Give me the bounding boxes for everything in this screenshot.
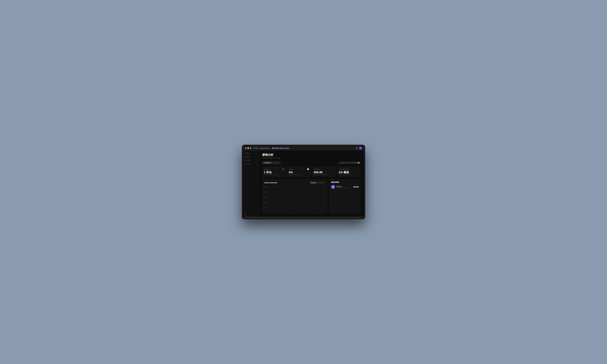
user-avatar[interactable] <box>359 147 362 150</box>
dollar-icon: $ <box>332 169 334 170</box>
square-icon <box>245 160 246 161</box>
tabs: Overview Modules <box>262 161 282 165</box>
page-title: 课程分析 <box>262 153 361 157</box>
stats-row: 全部的 学生 👤 1 学生 +100% from the last 31 day… <box>262 167 361 177</box>
chart-icon: 📊 <box>307 169 309 170</box>
main-content: 课程分析 查看您的课程收入和学生分析 Overview Modules Jun … <box>259 150 364 217</box>
chart-toggle: Revenue Students <box>309 181 325 184</box>
stat-header: 平均的 模块 完成的 ≡ <box>339 169 359 170</box>
titlebar: HUB / Organization 1 / Brand New Course … <box>243 146 364 150</box>
x-label-7: Jul 11 <box>318 210 324 211</box>
sale-time: 8 minutes, 54 seconds ago <box>336 187 352 188</box>
person-icon: 👤 <box>282 169 284 170</box>
sep2: / <box>271 147 272 149</box>
toggle-revenue[interactable]: Revenue <box>310 182 317 184</box>
stat-value-modules: 2/4 模块 <box>339 171 359 174</box>
sale-info: Student 1 8 minutes, 54 seconds ago <box>336 186 352 188</box>
stat-change-modules: +100% from the last 31 days <box>339 174 359 175</box>
chart-plot <box>270 186 325 208</box>
stat-value-students: 1 学生 <box>264 171 284 174</box>
sidebar-item-chapters[interactable]: 章节 <box>243 155 259 159</box>
stat-label-completion: 完成率 <box>289 169 293 170</box>
stat-value-completion: 0% <box>289 171 309 174</box>
theme-icon[interactable]: ◑ <box>356 147 358 149</box>
chart-title: Course Overview <box>264 182 277 183</box>
sale-item: S Student 1 8 minutes, 54 seconds ago +$… <box>331 185 359 189</box>
chart-x-labels: Jun 18 Jun 22 Jun 25 Jun 29 Jul 4 Jul 8 … <box>270 208 325 211</box>
bottom-section: Course Overview Revenue Students $100.00… <box>262 179 361 213</box>
sep1: / <box>258 147 259 149</box>
stat-card-revenue: 全部的 收入 $ $99.99 +100% from the last 31 d… <box>312 167 336 177</box>
hub-breadcrumb[interactable]: HUB <box>254 147 258 149</box>
minimize-dot[interactable] <box>247 147 249 149</box>
y-label-5: $0 <box>264 207 270 208</box>
titlebar-actions: ◑ <box>356 147 362 150</box>
org-breadcrumb[interactable]: Organization 1 <box>259 147 271 149</box>
monitor-bottom-edge <box>244 217 363 218</box>
sidebar-label-content: 内容 <box>247 159 250 161</box>
maximize-dot[interactable] <box>250 147 251 149</box>
stat-change-revenue: +100% from the last 31 days <box>314 174 334 175</box>
sale-student-name: Student 1 <box>336 186 352 187</box>
modules-icon: ≡ <box>357 169 359 170</box>
chart-header: Course Overview Revenue Students <box>264 181 325 184</box>
stat-header: 全部的 收入 $ <box>314 169 334 170</box>
sidebar: 管理面板 章节 内容 分析 <box>243 150 259 217</box>
stat-header: 全部的 学生 👤 <box>264 169 284 170</box>
stat-card-completion: 完成率 📊 0% +0% from the last 31 days <box>287 167 311 177</box>
sidebar-item-content[interactable]: 内容 <box>243 159 259 162</box>
date-range-text: Jun 16, 2024 - Jul 16, 2024 <box>340 162 357 164</box>
stat-label-students: 全部的 学生 <box>264 169 270 170</box>
page-subtitle: 查看您的课程收入和学生分析 <box>262 157 361 159</box>
date-range-picker[interactable]: Jun 16, 2024 - Jul 16, 2024 📅 <box>338 161 361 164</box>
x-label-4: Jun 29 <box>298 210 304 211</box>
chart-bars <box>270 186 325 208</box>
y-label-3: $50.00 <box>264 197 270 198</box>
y-label-4: $25.00 <box>264 202 270 203</box>
chart-area: $100.00 $75.00 $50.00 $25.00 $0 <box>264 186 325 211</box>
stat-change-students: +100% from the last 31 days <box>264 174 284 175</box>
calendar-icon: 📅 <box>358 162 359 164</box>
y-label-2: $75.00 <box>264 191 270 193</box>
stat-label-revenue: 全部的 收入 <box>314 169 320 170</box>
toggle-students[interactable]: Students <box>317 182 325 184</box>
tab-modules[interactable]: Modules <box>272 161 281 164</box>
sidebar-label-chapters: 章节 <box>247 156 250 158</box>
recent-sales-card: 最近的销售 S Student 1 8 minutes, 54 seconds … <box>329 179 361 213</box>
square-icon <box>245 156 246 158</box>
recent-sales-title: 最近的销售 <box>331 181 359 183</box>
chart-y-labels: $100.00 $75.00 $50.00 $25.00 $0 <box>264 186 270 208</box>
y-label-1: $100.00 <box>264 186 270 187</box>
breadcrumb: HUB / Organization 1 / Brand New Course <box>254 147 289 149</box>
page-header: 课程分析 查看您的课程收入和学生分析 <box>262 153 361 159</box>
sidebar-section-label: 管理面板 <box>243 152 259 155</box>
sale-amount: +$99.99 <box>353 186 359 188</box>
x-label-5: Jul 4 <box>304 210 310 211</box>
chart-card: Course Overview Revenue Students $100.00… <box>262 179 327 213</box>
student-avatar: S <box>331 185 335 189</box>
window-controls <box>245 147 251 149</box>
tab-overview[interactable]: Overview <box>262 161 272 164</box>
stat-value-revenue: $99.99 <box>314 171 334 174</box>
x-label-3: Jun 25 <box>291 210 297 211</box>
sidebar-item-analytics[interactable]: 分析 <box>243 162 259 166</box>
stat-change-completion: +0% from the last 31 days <box>289 174 309 175</box>
stat-card-modules: 平均的 模块 完成的 ≡ 2/4 模块 +100% from the last … <box>337 167 361 177</box>
sidebar-label-analytics: 分析 <box>247 163 250 165</box>
close-dot[interactable] <box>245 147 247 149</box>
course-breadcrumb[interactable]: Brand New Course <box>272 147 289 149</box>
stat-label-modules: 平均的 模块 完成的 <box>339 169 349 170</box>
square-icon <box>245 163 246 165</box>
x-label-6: Jul 8 <box>311 210 317 211</box>
x-label-2: Jun 22 <box>284 210 290 211</box>
x-label-1: Jun 18 <box>272 210 283 211</box>
stat-header: 完成率 📊 <box>289 169 309 170</box>
stat-card-students: 全部的 学生 👤 1 学生 +100% from the last 31 day… <box>262 167 286 177</box>
tabs-row: Overview Modules Jun 16, 2024 - Jul 16, … <box>262 161 361 165</box>
app-layout: 管理面板 章节 内容 分析 课程分析 查看您的 <box>243 150 364 217</box>
